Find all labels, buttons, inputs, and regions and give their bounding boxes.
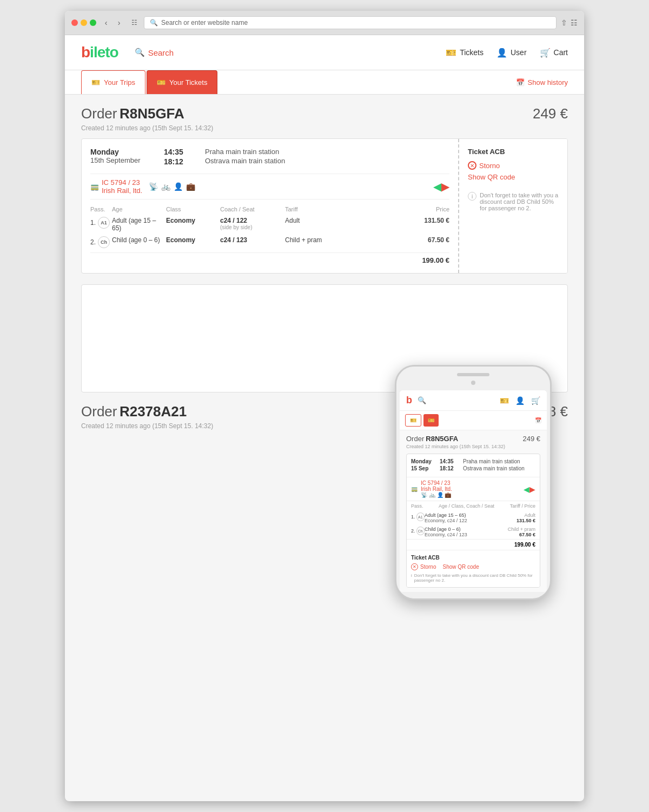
header-class: Class: [166, 206, 220, 212]
phone-camera: [471, 381, 475, 385]
phone-pass-2-badge: Ch: [416, 527, 425, 535]
share-icon[interactable]: ⇧: [561, 18, 567, 27]
pass-1-price: 131.50 €: [339, 217, 449, 224]
phone-tickets-icon: 🎫: [500, 396, 509, 405]
header-price: Price: [339, 206, 449, 212]
order-1-title: Order R8N5GFA: [81, 105, 184, 122]
trips-tab-label: Your Trips: [104, 78, 135, 86]
day-name: Monday: [90, 148, 155, 156]
tickets-tab-icon: 🎫: [157, 78, 165, 86]
pass-2-tariff: Child + pram: [285, 236, 339, 244]
show-history-btn[interactable]: 📅 Show history: [516, 78, 568, 86]
phone-dep-row: Monday 14:35 Praha main train station: [411, 458, 535, 464]
phone-train-logo: ◀▶: [524, 485, 535, 494]
phone-arr-station: Ostrava main train station: [463, 465, 525, 471]
train-logo: ◀ ▶: [433, 179, 449, 194]
phone-total-row: 199.00 €: [407, 539, 540, 550]
back-button[interactable]: ‹: [101, 17, 111, 28]
show-history-label: Show history: [528, 78, 568, 86]
browser-chrome: ‹ › ☷ 🔍 Search or enter website name ⇧ ☷: [65, 11, 584, 35]
phone-qr-link[interactable]: Show QR code: [442, 564, 479, 570]
pass-2-age: Child (age 0 – 6): [112, 236, 166, 244]
table-header: Pass. Age Class Coach / Seat Tariff Pric…: [90, 206, 449, 212]
phone-pass-1-right: Adult 131.50 €: [516, 513, 535, 523]
cart-label: Cart: [554, 48, 568, 57]
order-1-prefix: Order: [81, 105, 117, 122]
tabs-icon[interactable]: ☷: [571, 18, 578, 27]
bike-icon: 🚲: [161, 182, 170, 191]
phone-storno-btn[interactable]: ✕ Storno Show QR code: [411, 563, 535, 570]
journey-day: Monday 15th September: [90, 148, 155, 167]
phone-date: 15 Sep: [411, 465, 435, 471]
phone-arr-time: 18:12: [440, 465, 459, 471]
phone-history-btn[interactable]: 📅: [535, 414, 541, 427]
tickets-nav-item[interactable]: 🎫 Tickets: [446, 48, 484, 58]
minimize-dot[interactable]: [81, 19, 87, 26]
phone-user-icon: 👤: [515, 396, 525, 405]
phone-pass-2-right: Child + pram 67.50 €: [508, 527, 535, 537]
ticket-label: Ticket ACB: [468, 148, 559, 156]
phone-order-meta: Created 12 minutes ago (15th Sept 15. 14…: [406, 444, 540, 449]
phone-order-header: Order R8N5GFA 249 €: [406, 435, 540, 443]
day-date: 15th September: [90, 156, 155, 164]
phone-passenger-1: 1. A1 Adult (age 15 – 65) Economy, c24 /…: [407, 511, 540, 525]
search-icon: 🔍: [135, 48, 145, 57]
phone-cart-icon: 🛒: [531, 396, 540, 405]
luggage-icon: 👤: [174, 182, 183, 191]
ticket-1-main: Monday 15th September 14:35 18:12 Praha …: [82, 139, 459, 273]
storno-button[interactable]: ✕ Storno: [468, 161, 559, 170]
header-search[interactable]: 🔍 Search: [135, 48, 174, 57]
address-bar[interactable]: 🔍 Search or enter website name: [144, 16, 557, 29]
phone-speaker: [457, 373, 489, 376]
tickets-label: Tickets: [460, 48, 484, 57]
order-1-price: 249 €: [533, 105, 568, 122]
phone-pass-header: Pass. Age / Class, Coach / Seat Tariff /…: [407, 501, 540, 511]
phone-nav: 🎫 👤 🛒: [500, 396, 540, 405]
user-nav-item[interactable]: 👤 User: [496, 48, 527, 58]
order-1-block: Order R8N5GFA 249 € Created 12 minutes a…: [81, 105, 568, 274]
layout-button[interactable]: ☷: [129, 17, 140, 28]
tab-your-trips[interactable]: 🎫 Your Trips: [81, 70, 145, 94]
phone-ticket-side: Ticket ACB ✕ Storno Show QR code i Don't…: [407, 550, 540, 587]
cart-icon: 🛒: [540, 48, 551, 58]
total-amount: 199.00 €: [422, 256, 449, 264]
phone-screen: b 🔍 🎫 👤 🛒 🎫 🎫: [400, 390, 547, 592]
train-info-row: 🚃 IC 5794 / 23 Irish Rail, ltd. 📡 🚲 👤: [90, 174, 449, 199]
order-2-id: R2378A21: [120, 403, 187, 420]
pass-1-tariff: Adult: [285, 217, 339, 224]
logo[interactable]: bileto: [81, 44, 118, 61]
storno-icon: ✕: [468, 161, 476, 170]
maximize-dot[interactable]: [90, 19, 96, 26]
phone-discount-note: i Don't forget to take with you a discou…: [411, 573, 535, 583]
passengers-table: Pass. Age Class Coach / Seat Tariff Pric…: [90, 206, 449, 264]
train-operator: Irish Rail, ltd.: [102, 187, 142, 195]
journey-stations: Praha main train station Ostrava main tr…: [205, 148, 285, 167]
trips-tab-icon: 🎫: [91, 78, 100, 86]
cart-nav-item[interactable]: 🛒 Cart: [540, 48, 568, 58]
info-icon: i: [468, 192, 476, 201]
passenger-row-1: 1. A1 Adult (age 15 – 65) Economy c24 / …: [90, 217, 449, 232]
phone-tab-trips[interactable]: 🎫: [405, 414, 421, 427]
dep-time: 14:35: [164, 148, 196, 156]
tabs-group: 🎫 Your Trips 🎫 Your Tickets: [81, 70, 218, 94]
phone-tab-tickets[interactable]: 🎫: [423, 414, 439, 427]
phone-order-prefix: Order: [406, 435, 424, 443]
passenger-row-2: 2. Ch Child (age 0 – 6) Economy c24 / 12…: [90, 236, 449, 248]
phone-pass-1-detail: Economy, c24 / 122: [425, 518, 516, 523]
order-2-title: Order R2378A21: [81, 403, 187, 420]
phone-dep-time: 14:35: [440, 458, 459, 464]
search-icon: 🔍: [150, 19, 158, 26]
show-qr-link[interactable]: Show QR code: [468, 173, 559, 181]
phone-journey: Monday 14:35 Praha main train station 15…: [407, 454, 540, 477]
phone-total: 199.00 €: [514, 542, 535, 548]
discount-note: i Don't forget to take with you a discou…: [468, 192, 559, 211]
tab-your-tickets[interactable]: 🎫 Your Tickets: [147, 70, 217, 94]
phone-storno-label: Storno: [420, 564, 436, 570]
phone-train-info: IC 5794 / 23 Irish Rail, ltd. 📡 🚲 👤 💼: [421, 480, 452, 498]
forward-button[interactable]: ›: [114, 17, 124, 28]
pass-2-seat: c24 / 123: [220, 236, 285, 244]
close-dot[interactable]: [71, 19, 78, 26]
header-age: Age: [112, 206, 166, 212]
phone-dep-station: Praha main train station: [463, 458, 520, 464]
phone-train-icon: 🚃: [411, 486, 418, 492]
